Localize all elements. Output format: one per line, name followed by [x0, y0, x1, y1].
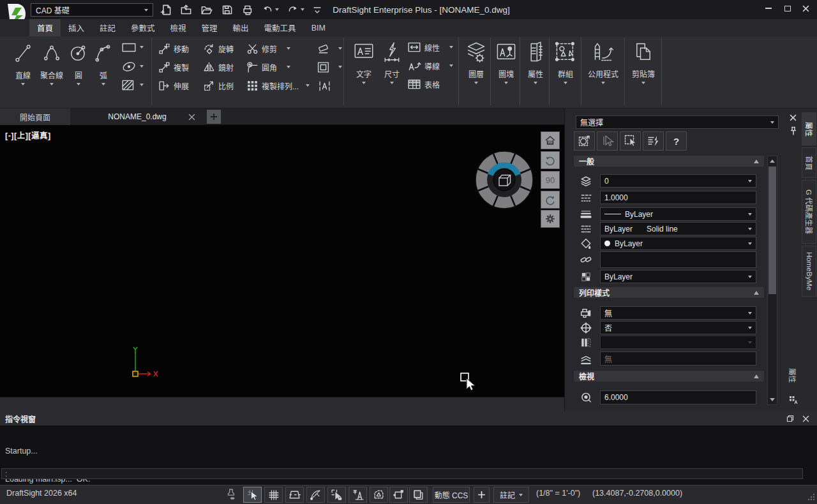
- tab-insert[interactable]: 插入: [61, 19, 92, 36]
- home-view-button[interactable]: [541, 131, 560, 149]
- clipboard-button[interactable]: 剪貼簿: [627, 40, 660, 84]
- chevron-down-icon[interactable]: [390, 82, 394, 84]
- esnap-toggle[interactable]: [327, 487, 346, 503]
- copy-button[interactable]: 複製: [158, 61, 189, 73]
- section-print-style[interactable]: 列印樣式: [574, 287, 764, 298]
- save-icon[interactable]: [221, 4, 233, 16]
- plot-field[interactable]: 否: [600, 321, 756, 334]
- layer-button[interactable]: 圖層: [462, 40, 490, 84]
- tab-start-page[interactable]: 開始頁面: [0, 108, 70, 125]
- shade-field[interactable]: 無: [600, 352, 756, 366]
- palette-scrollbar[interactable]: [767, 156, 777, 405]
- wheel-settings-button[interactable]: [541, 210, 560, 228]
- rotate-button[interactable]: 旋轉: [203, 42, 234, 55]
- resize-grip-icon[interactable]: [807, 493, 816, 501]
- viewport-controls-label[interactable]: [-][上][逼真]: [5, 129, 51, 141]
- erase-button[interactable]: [317, 42, 342, 55]
- arc-button[interactable]: 弧: [92, 40, 115, 85]
- group-button[interactable]: 群組: [551, 40, 580, 84]
- linear-dimension-button[interactable]: 線性: [407, 41, 453, 54]
- tab-home[interactable]: 首頁: [29, 19, 61, 36]
- text-button[interactable]: 文字: [351, 40, 377, 84]
- tab-bim[interactable]: BIM: [304, 19, 333, 36]
- chevron-down-icon[interactable]: [601, 82, 605, 84]
- rotate-cw-button[interactable]: [541, 191, 560, 209]
- section-general[interactable]: 一般: [574, 156, 764, 167]
- chevron-down-icon[interactable]: [140, 65, 144, 68]
- chevron-down-icon[interactable]: [287, 47, 290, 50]
- import-drawing-icon[interactable]: [180, 4, 192, 16]
- print-table-field[interactable]: [600, 336, 756, 349]
- chevron-down-icon[interactable]: [564, 82, 567, 84]
- chevron-down-icon[interactable]: [140, 46, 144, 48]
- lineweight-field[interactable]: ByLayer: [600, 207, 756, 221]
- annotation-monitor-icon[interactable]: [789, 396, 798, 404]
- hyperlink-field[interactable]: [600, 251, 756, 268]
- pattern-button[interactable]: 複製排列...: [246, 79, 310, 92]
- offset-button[interactable]: [317, 61, 342, 73]
- chevron-down-icon[interactable]: [140, 84, 144, 86]
- workspace-dropdown[interactable]: CAD 基礎: [31, 3, 153, 17]
- chevron-down-icon[interactable]: [77, 83, 80, 85]
- annotation-visibility-toggle[interactable]: [370, 487, 388, 503]
- chevron-down-icon[interactable]: [50, 83, 54, 85]
- mirror-button[interactable]: 鏡射: [203, 61, 234, 73]
- maximize-button[interactable]: [779, 0, 797, 17]
- chevron-down-icon[interactable]: [287, 66, 290, 68]
- color-field[interactable]: ByLayer: [600, 237, 756, 250]
- trim-button[interactable]: 修剪: [246, 42, 290, 55]
- add-scale-button[interactable]: [474, 487, 490, 503]
- navigation-wheel[interactable]: [474, 149, 535, 211]
- new-document-tab-button[interactable]: [207, 110, 221, 124]
- scroll-up-button[interactable]: [768, 156, 777, 166]
- select-entities-button[interactable]: [574, 131, 595, 151]
- grid-toggle[interactable]: [264, 487, 283, 503]
- rectangle-button[interactable]: [121, 41, 144, 54]
- move-button[interactable]: 移動: [158, 42, 189, 55]
- chevron-down-icon[interactable]: [534, 82, 537, 84]
- select-box-button[interactable]: [620, 131, 641, 151]
- printable-area-toggle[interactable]: [389, 487, 408, 503]
- utilities-button[interactable]: 公用程式: [583, 40, 623, 84]
- palette-help-button[interactable]: ?: [666, 131, 687, 151]
- chevron-down-icon[interactable]: [338, 47, 342, 50]
- split-button[interactable]: [318, 79, 331, 92]
- hatch-button[interactable]: [121, 78, 144, 91]
- command-input[interactable]: :: [1, 468, 803, 479]
- annotation-scale-dropdown[interactable]: 註記: [493, 487, 529, 503]
- linestyle-field[interactable]: ByLayer Solid line: [600, 222, 756, 235]
- polyline-button[interactable]: 聚合線: [37, 40, 66, 85]
- tab-annotate[interactable]: 註記: [92, 19, 123, 36]
- side-tab-properties[interactable]: 屬性: [802, 112, 816, 145]
- tab-power-tools[interactable]: 電動工具: [257, 19, 304, 36]
- chevron-down-icon[interactable]: [101, 83, 105, 85]
- command-window-titlebar[interactable]: 指令視窗: [0, 411, 817, 426]
- chevron-down-icon[interactable]: [474, 82, 478, 84]
- scale-button[interactable]: 比例: [203, 79, 234, 92]
- chevron-down-icon[interactable]: [306, 84, 310, 87]
- tab-manage[interactable]: 管理: [194, 19, 225, 36]
- close-document-icon[interactable]: [188, 114, 195, 121]
- palette-close-icon[interactable]: [790, 114, 797, 121]
- side-tab-gcode-generator[interactable]: G 代碼產生器: [802, 180, 816, 244]
- leader-button[interactable]: 導線: [407, 59, 453, 72]
- table-button[interactable]: 表格: [407, 78, 440, 91]
- close-button[interactable]: [797, 0, 814, 17]
- chevron-down-icon[interactable]: [21, 83, 25, 85]
- sheet-copy-toggle[interactable]: [409, 487, 428, 503]
- tab-parametric[interactable]: 參數式: [123, 19, 163, 36]
- fillet-button[interactable]: 圓角: [246, 61, 290, 73]
- rotate-angle-button[interactable]: 90: [541, 171, 560, 189]
- side-tab-home[interactable]: 首頁: [802, 147, 816, 178]
- linetype-scale-field[interactable]: 1.0000: [600, 191, 756, 204]
- tab-document[interactable]: NONAME_0.dwg: [71, 108, 203, 125]
- dimension-button[interactable]: 尺寸: [380, 40, 403, 84]
- command-float-icon[interactable]: [786, 415, 794, 422]
- chevron-down-icon[interactable]: [504, 82, 508, 84]
- block-button[interactable]: 圖塊: [493, 40, 520, 84]
- attributes-button[interactable]: 屬性: [522, 40, 549, 84]
- tab-output[interactable]: 輸出: [225, 19, 257, 36]
- transparency-field[interactable]: ByLayer: [600, 270, 756, 283]
- chevron-down-icon[interactable]: [362, 82, 366, 84]
- palette-pin-icon[interactable]: [790, 126, 797, 136]
